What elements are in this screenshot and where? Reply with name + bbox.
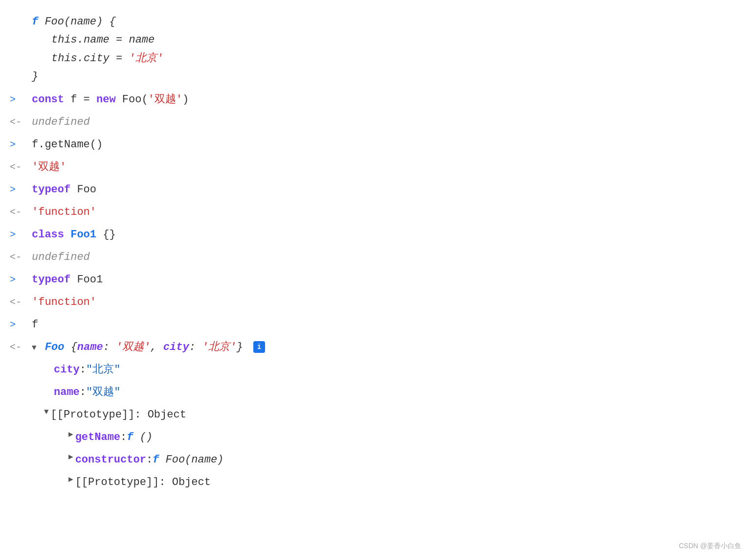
proto-key-1: [[Prototype]] — [51, 406, 135, 423]
obj-prop-city: city : "北京" — [10, 359, 746, 382]
fn-f-2: f — [153, 454, 159, 466]
kw-new: new — [96, 93, 116, 106]
output-line-undefined-2: <- undefined — [10, 247, 746, 269]
output-line-function-1: <- 'function' — [10, 202, 746, 224]
code-block-foo: f Foo(name) { this.name = name this.city… — [10, 10, 746, 89]
prototype-expand-2: ▶ [[Prototype]] : Object — [10, 472, 746, 494]
fn-key-getname: getName — [75, 429, 120, 446]
input-line-6: > f — [10, 314, 746, 337]
input-line-4: > class Foo1 {} — [10, 224, 746, 247]
expand-icon-proto-1[interactable]: ▼ — [44, 406, 49, 419]
output-obj-header: ▼ Foo {name: '双越', city: '北京'} i — [32, 339, 746, 356]
expand-icon-main[interactable]: ▼ — [32, 344, 37, 352]
expand-icon-getname[interactable]: ▶ — [68, 429, 73, 441]
output-arrow-2: <- — [10, 159, 32, 175]
watermark: CSDN @姜香小白鱼 — [679, 540, 741, 551]
code-line-1: f Foo(name) { — [32, 13, 746, 31]
output-arrow-1: <- — [10, 114, 32, 130]
output-function-2: 'function' — [32, 294, 746, 311]
code-line-4: } — [32, 68, 746, 86]
code-line-2: this.name = name — [32, 31, 746, 49]
output-shuangyue: '双越' — [32, 159, 746, 176]
fn-key-constructor: constructor — [75, 451, 146, 468]
expand-icon-proto-2[interactable]: ▶ — [68, 474, 73, 486]
input-line-3: > typeof Foo — [10, 179, 746, 202]
prop-key-name: name — [54, 384, 80, 401]
console-container: f Foo(name) { this.name = name this.city… — [0, 5, 756, 555]
kw-const: const — [32, 93, 64, 106]
kw-typeof-1: typeof — [32, 184, 70, 196]
input-arrow-3: > — [10, 181, 32, 198]
output-arrow-3: <- — [10, 204, 32, 220]
prototype-expand-1: ▼ [[Prototype]] : Object — [10, 404, 746, 427]
output-line-undefined-1: <- undefined — [10, 112, 746, 134]
proto-key-2: [[Prototype]] — [75, 474, 159, 491]
output-line-shuangyue: <- '双越' — [10, 157, 746, 179]
prop-val-city: "北京" — [86, 361, 120, 378]
input-content-4: class Foo1 {} — [32, 226, 746, 243]
input-content-3: typeof Foo — [32, 181, 746, 198]
output-line-function-2: <- 'function' — [10, 292, 746, 314]
output-undefined-2: undefined — [32, 249, 746, 266]
info-badge[interactable]: i — [253, 341, 265, 353]
input-arrow-2: > — [10, 136, 32, 153]
output-arrow-5: <- — [10, 294, 32, 310]
input-content-1: const f = new Foo('双越') — [32, 91, 746, 108]
input-arrow-1: > — [10, 91, 32, 108]
input-arrow-5: > — [10, 271, 32, 288]
code-text: Foo(name) { — [44, 16, 115, 28]
classname-foo1: Foo1 — [70, 229, 96, 241]
output-function-1: 'function' — [32, 204, 746, 221]
fn-f-1: f — [127, 431, 133, 443]
prop-key-city: city — [54, 361, 80, 378]
input-arrow-4: > — [10, 226, 32, 243]
output-line-obj: <- ▼ Foo {name: '双越', city: '北京'} i — [10, 337, 746, 359]
input-arrow-6: > — [10, 316, 32, 333]
expand-icon-constructor[interactable]: ▶ — [68, 451, 73, 464]
prop-val-name: "双越" — [86, 384, 120, 401]
input-line-1: > const f = new Foo('双越') — [10, 89, 746, 112]
code-line-3: this.city = '北京' — [32, 49, 746, 68]
obj-prop-name: name : "双越" — [10, 382, 746, 404]
kw-typeof-2: typeof — [32, 274, 70, 286]
obj-class-name: Foo — [45, 341, 65, 353]
output-arrow-6: <- — [10, 339, 32, 355]
string-beijing1: '北京' — [129, 52, 163, 65]
output-arrow-4: <- — [10, 249, 32, 265]
kw-class: class — [32, 229, 64, 241]
method-constructor: ▶ constructor : f Foo(name) — [10, 449, 746, 472]
method-getname: ▶ getName : f () — [10, 427, 746, 449]
input-content-2: f.getName() — [32, 136, 746, 153]
input-content-5: typeof Foo1 — [32, 271, 746, 288]
output-undefined-1: undefined — [32, 114, 746, 131]
input-content-6: f — [32, 316, 746, 333]
str-shuangyue-1: '双越' — [148, 93, 182, 106]
input-line-5: > typeof Foo1 — [10, 269, 746, 292]
keyword-f: f — [32, 16, 38, 28]
input-line-2: > f.getName() — [10, 134, 746, 157]
